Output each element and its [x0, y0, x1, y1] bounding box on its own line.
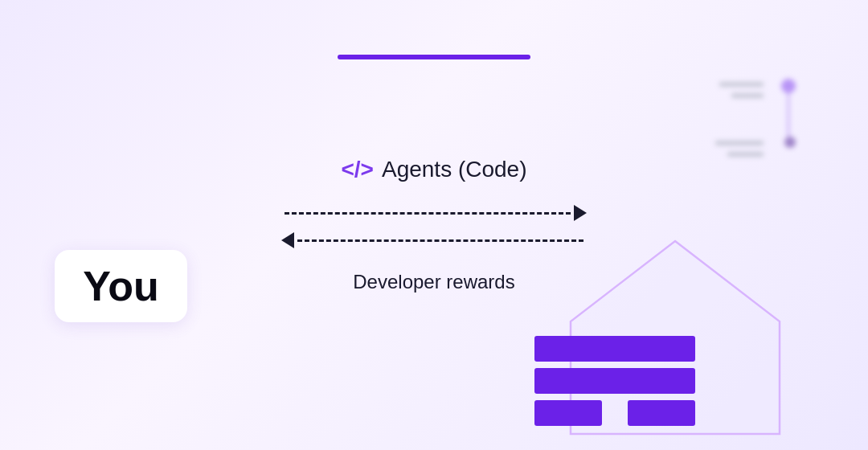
arrows-section [281, 205, 587, 248]
house-container [563, 233, 788, 442]
house-bar-4 [628, 400, 695, 426]
house-bar-2 [534, 368, 695, 394]
agents-label-row: </> Agents (Code) [341, 157, 526, 182]
dashed-line-left [297, 239, 583, 242]
top-accent-bar [338, 55, 530, 59]
agents-label-text: Agents (Code) [382, 157, 527, 182]
blurred-diagram [635, 64, 844, 177]
arrow-right-row [281, 205, 587, 221]
diagram-bar-3 [715, 141, 764, 145]
house-bars [534, 336, 695, 426]
you-label: You [83, 262, 158, 310]
center-diagram: </> Agents (Code) Developer rewards [281, 157, 587, 293]
you-box: You [55, 250, 187, 322]
arrow-left-row [281, 232, 587, 248]
arrowhead-left [281, 232, 294, 248]
diagram-bar-2 [731, 93, 764, 98]
code-icon: </> [341, 157, 373, 182]
house-bar-3 [534, 400, 602, 426]
house-bar-1 [534, 336, 695, 362]
diagram-dot-bottom [784, 137, 796, 148]
diagram-bar-4 [727, 152, 764, 157]
diagram-bar-1 [719, 82, 764, 87]
dashed-line-right [285, 212, 571, 215]
house-bar-row [534, 400, 695, 426]
developer-rewards-label: Developer rewards [353, 271, 514, 293]
arrowhead-right [574, 205, 587, 221]
page-background: You </> Agents (Code) Developer rewards [0, 0, 868, 450]
